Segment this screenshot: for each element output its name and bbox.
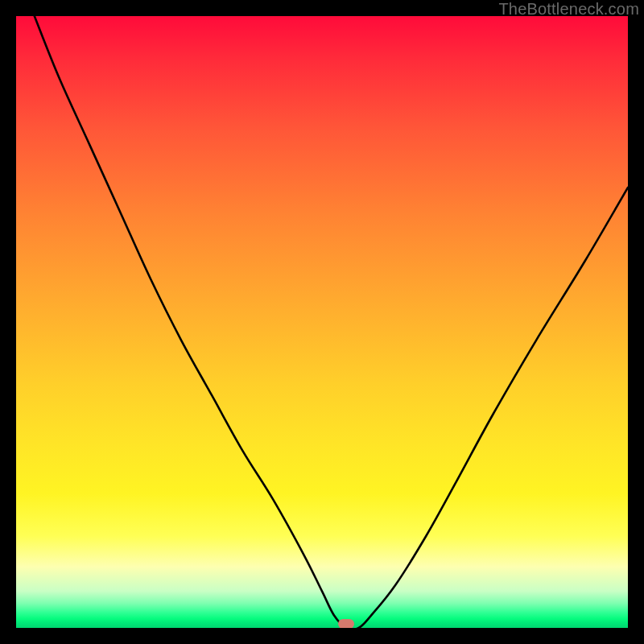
plot-area (16, 16, 628, 628)
chart-frame: TheBottleneck.com (0, 0, 644, 644)
optimal-point-marker (338, 619, 354, 628)
attribution-watermark: TheBottleneck.com (498, 0, 639, 19)
bottleneck-curve (16, 16, 628, 628)
